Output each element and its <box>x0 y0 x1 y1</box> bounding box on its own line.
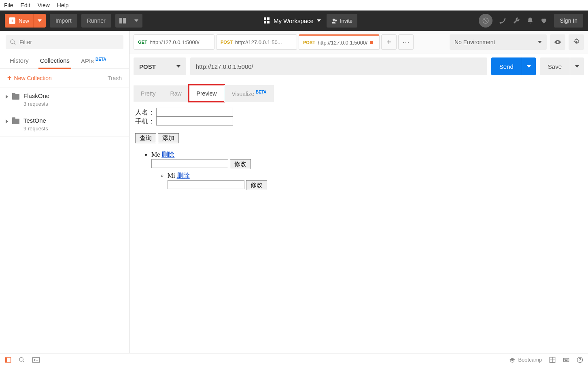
search-icon <box>10 39 16 45</box>
tabs-env-bar: GET http://127.0.0.1:5000/ POST http://1… <box>129 31 588 53</box>
item-name: Mi <box>168 172 175 179</box>
resp-tab-raw[interactable]: Raw <box>163 85 189 102</box>
find-icon[interactable] <box>19 357 25 363</box>
menu-view[interactable]: View <box>38 2 50 9</box>
send-button[interactable]: Send <box>491 57 536 75</box>
item-name: Me <box>151 151 160 158</box>
visualize-label: Visualize <box>231 91 254 97</box>
method-label: POST <box>139 63 156 70</box>
svg-rect-0 <box>119 18 122 23</box>
tab-apis[interactable]: APIs BETA <box>75 53 112 68</box>
tabs-more-button[interactable]: ⋯ <box>398 34 414 50</box>
send-dropdown[interactable] <box>522 57 536 75</box>
trash-link[interactable]: Trash <box>108 75 122 81</box>
list-item: Mi 删除 修改 <box>168 172 582 190</box>
svg-rect-1 <box>123 18 126 23</box>
help-icon[interactable] <box>577 357 583 363</box>
url-input[interactable] <box>190 57 487 75</box>
delete-link[interactable]: 删除 <box>177 172 190 179</box>
svg-point-4 <box>500 22 502 24</box>
save-dropdown[interactable] <box>570 57 584 75</box>
menu-edit[interactable]: Edit <box>21 2 30 9</box>
bootcamp-link[interactable]: Bootcamp <box>509 357 542 363</box>
chevron-down-icon <box>575 65 579 68</box>
sync-status-icon[interactable] <box>479 14 492 28</box>
keyboard-icon[interactable] <box>563 357 569 363</box>
menu-file[interactable]: File <box>4 2 13 9</box>
add-button[interactable]: 添加 <box>158 133 179 143</box>
svg-rect-10 <box>33 357 40 362</box>
svg-point-2 <box>333 18 335 21</box>
env-settings-button[interactable] <box>569 34 584 50</box>
wrench-icon[interactable] <box>513 17 520 24</box>
collection-item[interactable]: TestOne 9 requests <box>0 112 129 137</box>
import-button[interactable]: Import <box>50 14 77 28</box>
request-tabs: GET http://127.0.0.1:5000/ POST http://1… <box>134 34 446 50</box>
runner-button[interactable]: Runner <box>81 14 111 28</box>
new-label: New <box>19 18 29 24</box>
modify-button[interactable]: 修改 <box>246 180 267 190</box>
status-bar: Bootcamp <box>0 353 588 366</box>
modify-button[interactable]: 修改 <box>230 159 251 169</box>
response-tabs: Pretty Raw Preview Visualize BETA <box>129 85 588 102</box>
env-preview-button[interactable] <box>550 34 565 50</box>
request-tab-active[interactable]: POST http://127.0.0.1:5000/ <box>299 34 380 50</box>
collection-item[interactable]: FlaskOne 3 requests <box>0 87 129 112</box>
svg-point-5 <box>11 40 14 43</box>
sidebar: History Collections APIs BETA +New Colle… <box>0 31 129 353</box>
console-icon[interactable] <box>32 357 40 363</box>
method-badge: POST <box>303 40 315 45</box>
apis-label: APIs <box>81 57 94 64</box>
tab-label: http://127.0.0.1:5000/ <box>318 40 367 46</box>
filter-input[interactable] <box>19 39 119 45</box>
query-button[interactable]: 查询 <box>135 133 156 143</box>
save-button[interactable]: Save <box>540 57 584 75</box>
collection-sub: 9 requests <box>23 126 48 132</box>
chevron-down-icon <box>538 41 542 43</box>
new-collection-button[interactable]: +New Collection <box>7 74 52 82</box>
invite-button[interactable]: Invite <box>327 14 357 28</box>
resp-tab-visualize[interactable]: Visualize BETA <box>224 85 274 102</box>
beta-badge: BETA <box>256 90 266 94</box>
grid-icon <box>264 17 270 24</box>
workspace-selector[interactable]: My Workspace <box>264 17 321 24</box>
chevron-down-icon <box>134 19 138 22</box>
edit-input[interactable] <box>168 180 244 189</box>
tab-history[interactable]: History <box>4 53 34 68</box>
input-name[interactable] <box>156 108 233 117</box>
window-layout-icon <box>115 14 130 28</box>
workspace-label: My Workspace <box>274 17 314 24</box>
sidebar-toggle-icon[interactable] <box>5 357 11 363</box>
request-tab[interactable]: POST http://127.0.0.1:50... <box>216 34 297 50</box>
request-bar: POST Send Save <box>129 53 588 79</box>
satellite-icon[interactable] <box>499 17 506 24</box>
chevron-down-icon <box>527 65 531 68</box>
tab-collections[interactable]: Collections <box>34 53 75 68</box>
window-layout-dropdown[interactable] <box>130 14 142 28</box>
method-badge: POST <box>221 40 233 45</box>
method-badge: GET <box>138 40 147 45</box>
signin-button[interactable]: Sign In <box>554 14 583 28</box>
layout-icon[interactable] <box>549 357 556 363</box>
new-tab-button[interactable]: + <box>381 34 397 50</box>
menu-help[interactable]: Help <box>57 2 69 9</box>
input-phone[interactable] <box>156 117 233 126</box>
filter-box[interactable] <box>6 35 123 49</box>
request-tab[interactable]: GET http://127.0.0.1:5000/ <box>134 34 214 50</box>
new-dropdown[interactable] <box>34 14 46 28</box>
environment-selector[interactable]: No Environment <box>450 34 547 50</box>
window-layout-button[interactable] <box>115 14 142 28</box>
edit-input[interactable] <box>151 159 228 168</box>
resp-tab-pretty[interactable]: Pretty <box>134 85 163 102</box>
delete-link[interactable]: 删除 <box>161 151 174 158</box>
main-panel: GET http://127.0.0.1:5000/ POST http://1… <box>129 31 588 353</box>
new-button[interactable]: +New <box>5 14 46 28</box>
bell-icon[interactable] <box>526 17 534 24</box>
eye-icon <box>554 39 562 45</box>
method-selector[interactable]: POST <box>134 57 186 75</box>
svg-rect-12 <box>563 358 569 362</box>
invite-icon <box>331 18 338 24</box>
resp-tab-preview[interactable]: Preview <box>189 85 225 102</box>
send-label: Send <box>491 57 522 75</box>
heart-icon[interactable] <box>540 17 548 24</box>
